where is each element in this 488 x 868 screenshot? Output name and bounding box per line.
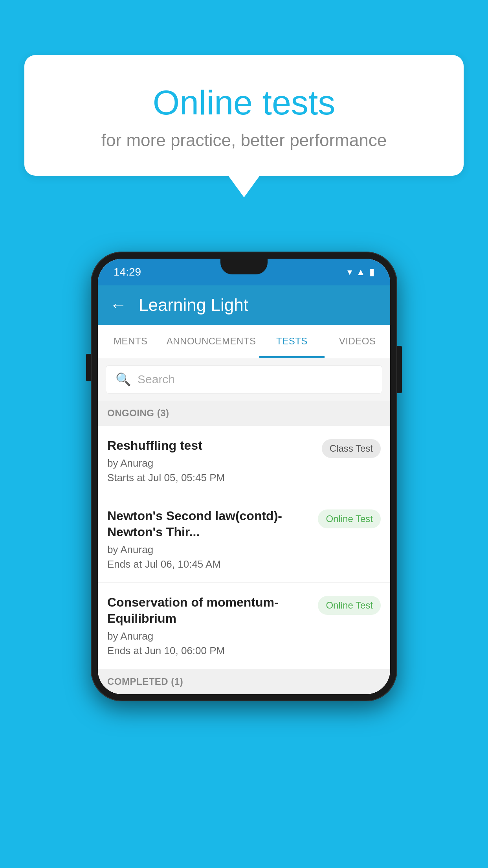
tab-ments[interactable]: MENTS [98,325,163,358]
completed-section-header: COMPLETED (1) [98,669,390,694]
speech-bubble-container: Online tests for more practice, better p… [24,55,464,197]
search-bar[interactable]: 🔍 Search [106,365,382,394]
test-by-2: by Anurag [107,544,310,556]
search-container: 🔍 Search [98,358,390,401]
test-item[interactable]: Conservation of momentum-Equilibrium by … [98,583,390,669]
status-bar: 14:29 ▾ ▲ ▮ [98,259,390,285]
test-name-1: Reshuffling test [107,438,314,454]
notch [220,259,268,274]
ongoing-section-header: ONGOING (3) [98,401,390,426]
status-time: 14:29 [114,266,141,278]
test-info-2: Newton's Second law(contd)-Newton's Thir… [107,508,310,570]
test-by-3: by Anurag [107,630,310,642]
test-badge-2: Online Test [318,509,381,528]
test-name-3: Conservation of momentum-Equilibrium [107,594,310,627]
test-info-3: Conservation of momentum-Equilibrium by … [107,594,310,657]
search-placeholder: Search [138,373,175,386]
test-by-1: by Anurag [107,457,314,469]
tab-videos[interactable]: VIDEOS [325,325,390,358]
completed-section-title: COMPLETED (1) [107,676,183,687]
test-time-1: Starts at Jul 05, 05:45 PM [107,472,314,484]
app-title: Learning Light [139,295,248,315]
test-badge-1: Class Test [322,439,381,458]
app-header: ← Learning Light [98,285,390,325]
test-item[interactable]: Newton's Second law(contd)-Newton's Thir… [98,496,390,583]
battery-icon: ▮ [369,267,374,278]
test-time-2: Ends at Jul 06, 10:45 AM [107,558,310,570]
test-badge-3: Online Test [318,596,381,615]
speech-bubble: Online tests for more practice, better p… [24,55,464,176]
test-item[interactable]: Reshuffling test by Anurag Starts at Jul… [98,426,390,496]
signal-icon: ▲ [356,267,365,278]
search-icon: 🔍 [116,372,131,387]
speech-bubble-arrow [228,176,260,197]
test-info-1: Reshuffling test by Anurag Starts at Jul… [107,438,314,484]
tab-tests[interactable]: TESTS [259,325,325,358]
status-icons: ▾ ▲ ▮ [347,267,374,278]
test-list: Reshuffling test by Anurag Starts at Jul… [98,426,390,669]
ongoing-section-title: ONGOING (3) [107,408,169,418]
test-time-3: Ends at Jun 10, 06:00 PM [107,645,310,657]
speech-bubble-subtitle: for more practice, better performance [56,131,432,150]
test-name-2: Newton's Second law(contd)-Newton's Thir… [107,508,310,541]
phone-wrapper: 14:29 ▾ ▲ ▮ ← Learning Light MENTS ANNOU… [91,252,397,701]
back-button[interactable]: ← [110,295,127,315]
tabs-container: MENTS ANNOUNCEMENTS TESTS VIDEOS [98,325,390,358]
phone-screen: 14:29 ▾ ▲ ▮ ← Learning Light MENTS ANNOU… [98,259,390,694]
phone-outer: 14:29 ▾ ▲ ▮ ← Learning Light MENTS ANNOU… [91,252,397,701]
tab-announcements[interactable]: ANNOUNCEMENTS [163,325,259,358]
speech-bubble-title: Online tests [56,83,432,123]
wifi-icon: ▾ [347,267,352,278]
